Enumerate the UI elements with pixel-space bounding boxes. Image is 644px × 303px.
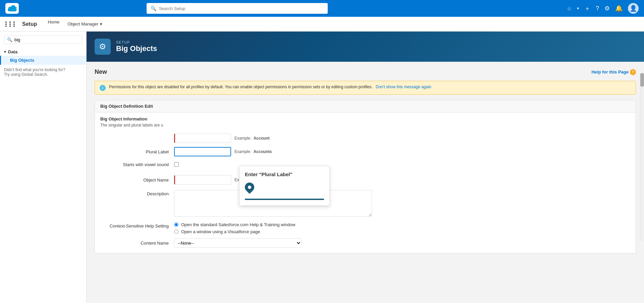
- context-help-option1-label: Open the standard Salesforce.com Help & …: [181, 222, 295, 227]
- sidebar-search-input[interactable]: [14, 37, 79, 42]
- content-area: ⚙ SETUP Big Objects New Help for this Pa…: [87, 32, 644, 303]
- plural-label-field: Example: Accounts: [174, 147, 272, 156]
- content-name-row: Content Name --None--: [95, 236, 636, 253]
- plural-label-input[interactable]: [174, 147, 231, 156]
- add-button[interactable]: ＋: [584, 4, 590, 12]
- sidebar-item-highlight: Big: [10, 58, 17, 63]
- favorites-button[interactable]: ☆: [567, 5, 572, 12]
- tooltip-popup: Enter "Plural Label": [239, 166, 330, 206]
- gear-icon: ⚙: [99, 42, 106, 51]
- app-name: Setup: [22, 21, 37, 27]
- info-banner-text: Permissions for this object are disabled…: [109, 85, 431, 89]
- tooltip-pin-container: [245, 181, 324, 195]
- setup-label: SETUP: [116, 40, 157, 44]
- avatar-image: 👤: [630, 5, 637, 12]
- sidebar-search-bar[interactable]: 🔍: [4, 36, 82, 44]
- context-help-radio-group: Open the standard Salesforce.com Help & …: [174, 222, 295, 234]
- no-result-line2: Try using Global Search.: [4, 72, 82, 77]
- scrollbar[interactable]: [640, 73, 644, 241]
- description-row: Description: [95, 187, 636, 219]
- sub-navigation: Setup Home Object Manager ▾: [0, 17, 644, 32]
- label-field: Example: Account: [174, 134, 270, 143]
- description-label: Description: [100, 190, 174, 196]
- object-name-input[interactable]: [174, 175, 231, 185]
- pin-icon: [243, 181, 256, 194]
- form-section-desc: The singular and plural labels are u: [95, 123, 636, 132]
- main-layout: 🔍 ▾ Data Big Objects Didn't find what yo…: [0, 32, 644, 303]
- settings-button[interactable]: ⚙: [604, 5, 610, 12]
- context-help-field: Open the standard Salesforce.com Help & …: [174, 222, 295, 234]
- help-link[interactable]: Help for this Page ?: [591, 69, 636, 75]
- info-banner: i Permissions for this object are disabl…: [95, 81, 636, 95]
- page-header: ⚙ SETUP Big Objects: [87, 32, 644, 62]
- object-manager-nav-item[interactable]: Object Manager ▾: [65, 17, 105, 32]
- sidebar-item-rest: Objects: [17, 58, 34, 63]
- sidebar-data-section[interactable]: ▾ Data: [0, 48, 86, 56]
- plural-label-field-label: Plural Label: [100, 149, 174, 154]
- help-button[interactable]: ?: [596, 5, 599, 12]
- tooltip-title: Enter "Plural Label": [245, 171, 324, 177]
- help-icon: ?: [630, 69, 636, 75]
- global-search-bar[interactable]: 🔍: [147, 3, 328, 14]
- content-name-label: Content Name: [100, 241, 174, 246]
- notifications-button[interactable]: 🔔: [615, 5, 623, 12]
- label-input[interactable]: [174, 134, 231, 143]
- label-example: Example: Account: [234, 136, 270, 141]
- new-heading: New: [95, 68, 107, 75]
- form-card-header: Big Object Definition Edit: [95, 100, 636, 112]
- help-link-text: Help for this Page: [591, 69, 629, 74]
- plural-label-example: Example: Accounts: [234, 149, 272, 154]
- page-header-text: SETUP Big Objects: [116, 40, 157, 53]
- new-heading-row: New Help for this Page ?: [95, 68, 636, 75]
- vowel-sound-label: Starts with vowel sound: [100, 162, 174, 167]
- page-header-icon: ⚙: [95, 39, 111, 55]
- sidebar-item-big-objects[interactable]: Big Objects: [0, 56, 86, 65]
- no-result-line1: Didn't find what you're looking for?: [4, 67, 82, 72]
- search-icon: 🔍: [151, 6, 156, 11]
- context-help-option2-label: Open a window using a Visualforce page: [181, 229, 260, 234]
- object-name-label: Object Name: [100, 178, 174, 183]
- context-help-radio1[interactable]: [174, 222, 178, 227]
- vowel-sound-checkbox[interactable]: [174, 162, 179, 167]
- top-navigation: 🔍 ☆ ▾ ＋ ? ⚙ 🔔 👤: [0, 0, 644, 17]
- vowel-sound-field: [174, 162, 179, 167]
- app-launcher-icon[interactable]: [5, 21, 17, 27]
- dont-show-link[interactable]: Don't show this message again: [376, 85, 431, 89]
- chevron-down-icon: ▾: [4, 50, 6, 54]
- favorites-dropdown[interactable]: ▾: [577, 6, 579, 11]
- form-area: New Help for this Page ? i Permissions f…: [87, 62, 644, 260]
- context-help-option1: Open the standard Salesforce.com Help & …: [174, 222, 295, 227]
- context-help-radio2[interactable]: [174, 230, 178, 234]
- page-title: Big Objects: [116, 44, 157, 53]
- salesforce-logo: [5, 3, 19, 14]
- context-help-row: Context-Sensitive Help Setting Open the …: [95, 219, 636, 236]
- context-help-option2: Open a window using a Visualforce page: [174, 229, 295, 234]
- chevron-down-icon: ▾: [100, 21, 102, 27]
- content-name-field: --None--: [174, 238, 302, 248]
- form-section-label: Big Object Information: [95, 112, 636, 123]
- vowel-sound-row: Starts with vowel sound: [95, 158, 636, 170]
- sidebar-no-result-text: Didn't find what you're looking for? Try…: [0, 65, 86, 80]
- sidebar-section-label: Data: [8, 49, 17, 54]
- label-row: Example: Account: [95, 132, 636, 145]
- form-card: Big Object Definition Edit Big Object In…: [95, 100, 636, 253]
- sidebar: 🔍 ▾ Data Big Objects Didn't find what yo…: [0, 32, 87, 303]
- home-nav-item[interactable]: Home: [42, 17, 65, 32]
- info-icon: i: [100, 85, 106, 91]
- plural-label-row: Plural Label Example: Accounts: [95, 145, 636, 158]
- search-input[interactable]: [159, 6, 324, 11]
- content-name-select[interactable]: --None--: [174, 238, 302, 248]
- object-name-row: Object Name Example: Account: [95, 173, 636, 187]
- scrollbar-thumb[interactable]: [640, 73, 644, 87]
- avatar[interactable]: 👤: [628, 3, 639, 14]
- context-help-label: Context-Sensitive Help Setting: [100, 222, 174, 229]
- sidebar-search-icon: 🔍: [7, 37, 12, 42]
- top-nav-icons: ☆ ▾ ＋ ? ⚙ 🔔 👤: [567, 3, 639, 14]
- tooltip-bottom-bar: [245, 199, 324, 200]
